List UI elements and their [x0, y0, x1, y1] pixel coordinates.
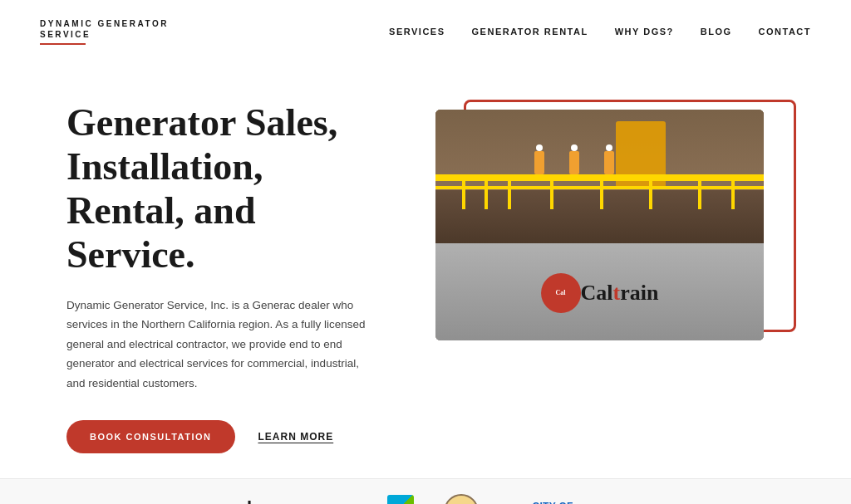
learn-more-button[interactable]: LEARN MORE — [258, 431, 334, 443]
nav-generator-rental[interactable]: GENERATOR RENTAL — [472, 27, 588, 37]
book-consultation-button[interactable]: BOOK CONSULTATION — [66, 420, 235, 453]
hero-buttons: BOOK CONSULTATION LEARN MORE — [66, 420, 386, 453]
nav-contact[interactable]: CONTACT — [759, 27, 811, 37]
logo-line1: DYNAMIC GENERATOR — [40, 18, 169, 29]
brand-logos: ba RT Caltrain CT Caltrans COUNTYSEAL — [247, 494, 785, 504]
nav-services[interactable]: SERVICES — [389, 27, 445, 37]
nav-blog[interactable]: BLOG — [701, 27, 732, 37]
main-nav: SERVICES GENERATOR RENTAL WHY DGS? BLOG … — [389, 27, 811, 37]
hero-title: Generator Sales, Installation, Rental, a… — [66, 101, 386, 277]
caltrans-logo: CT Caltrans — [386, 495, 415, 504]
logo-underline — [40, 43, 86, 45]
county-seal-logo: COUNTYSEAL — [444, 494, 479, 504]
site-header: DYNAMIC GENERATOR SERVICE SERVICES GENER… — [0, 0, 851, 60]
hero-content: Generator Sales, Installation, Rental, a… — [66, 101, 386, 453]
hero-section: Generator Sales, Installation, Rental, a… — [0, 60, 851, 478]
city-of-stockton-logo: CITY OF STOCKTON — [509, 501, 589, 504]
hero-image: Cal Caltrain — [435, 110, 764, 340]
logo[interactable]: DYNAMIC GENERATOR SERVICE — [40, 18, 169, 45]
brand-bar: Recent Commercial Contracts: ba RT Caltr… — [0, 478, 851, 504]
bart-logo: ba RT — [247, 499, 267, 504]
hero-image-area: Cal Caltrain — [435, 101, 785, 350]
hero-description: Dynamic Generator Service, Inc. is a Gen… — [66, 296, 366, 394]
logo-line2: SERVICE — [40, 29, 169, 40]
image-frame: Cal Caltrain — [435, 110, 785, 350]
nav-why-dgs[interactable]: WHY DGS? — [615, 27, 674, 37]
